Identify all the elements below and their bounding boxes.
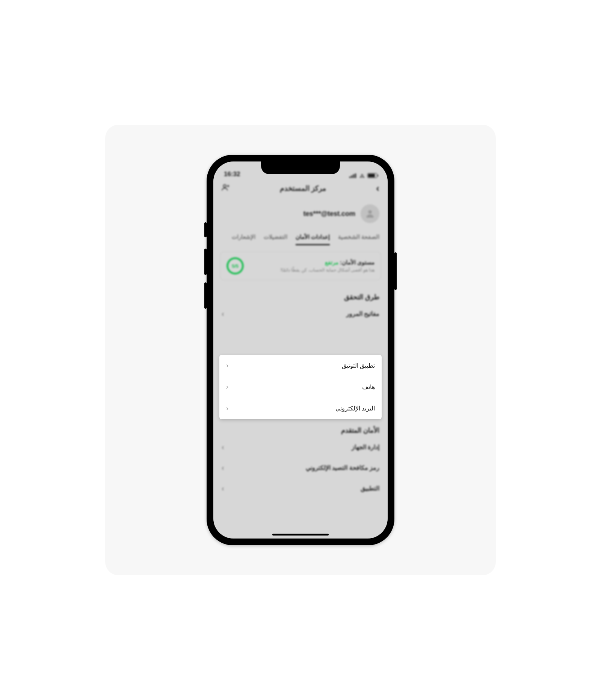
- tab-security[interactable]: إعدادات الأمان: [296, 234, 330, 245]
- tab-notifications[interactable]: الإشعارات: [232, 234, 255, 245]
- row-email[interactable]: البريد الإلكتروني ‹: [219, 398, 382, 419]
- power-button: [394, 252, 397, 290]
- tabs: الصفحة الشخصية إعدادات الأمان التفضيلات …: [213, 225, 388, 246]
- add-user-icon[interactable]: [222, 184, 230, 193]
- home-indicator[interactable]: [272, 534, 329, 536]
- row-label: تطبيق التوثيق: [342, 362, 375, 369]
- profile-header: tes***@test.com: [213, 198, 388, 225]
- battery-icon: [367, 173, 377, 178]
- page-title: مركز المستخدم: [280, 184, 326, 193]
- security-level-value: مرتفع: [325, 259, 338, 266]
- screen: 16:32 › مركز المستخدم: [213, 161, 388, 539]
- person-icon: [365, 208, 375, 219]
- nav-bar: › مركز المستخدم: [213, 179, 388, 198]
- row-passkeys[interactable]: مفاتيح المرور ‹: [213, 303, 388, 324]
- chevron-left-icon: ‹: [222, 443, 224, 451]
- row-label: رمز مكافحة التصيد الإلكتروني: [306, 464, 379, 471]
- section-advanced-security: الأمان المتقدم: [213, 419, 388, 437]
- security-level-card: مستوى الأمان: مرتفع هذا هو أقصى أشكال حم…: [220, 252, 381, 280]
- avatar[interactable]: [361, 204, 379, 223]
- row-label: البريد الإلكتروني: [335, 405, 375, 412]
- chevron-left-icon: ‹: [222, 309, 224, 318]
- notch: [261, 161, 340, 174]
- status-time: 16:32: [224, 170, 240, 178]
- wifi-icon: [359, 173, 365, 178]
- row-label: مفاتيح المرور: [346, 310, 379, 317]
- chevron-left-icon: ‹: [222, 484, 224, 493]
- tab-personal[interactable]: الصفحة الشخصية: [338, 234, 379, 245]
- chevron-left-icon: ‹: [226, 362, 228, 370]
- cellular-icon: [349, 173, 357, 178]
- row-label: هاتف: [362, 383, 375, 391]
- row-phone[interactable]: هاتف ‹: [219, 376, 382, 398]
- svg-point-1: [368, 210, 371, 214]
- chevron-left-icon: ‹: [222, 463, 224, 472]
- tab-preferences[interactable]: التفضيلات: [264, 234, 287, 245]
- security-score-ring: 5/5: [227, 257, 244, 275]
- section-verification-methods: طرق التحقق: [213, 286, 388, 303]
- svg-point-0: [223, 184, 226, 187]
- security-level-title: مستوى الأمان: مرتفع: [281, 259, 374, 266]
- chevron-left-icon: ‹: [226, 404, 228, 412]
- row-label: إدارة الجهاز: [352, 444, 379, 451]
- user-email: tes***@test.com: [303, 210, 355, 218]
- row-app-partial[interactable]: التطبيق ‹: [213, 478, 388, 493]
- mute-switch: [204, 222, 207, 237]
- phone-frame: 16:32 › مركز المستخدم: [207, 155, 394, 545]
- status-icons: [349, 173, 377, 178]
- row-label: التطبيق: [361, 485, 379, 492]
- screen-content-blurred: 16:32 › مركز المستخدم: [213, 161, 388, 539]
- artboard: 16:32 › مركز المستخدم: [105, 125, 496, 575]
- volume-down: [204, 282, 207, 309]
- chevron-left-icon: ‹: [226, 383, 228, 391]
- volume-up: [204, 249, 207, 275]
- row-authenticator-app[interactable]: تطبيق التوثيق ‹: [219, 355, 382, 376]
- row-device-management[interactable]: إدارة الجهاز ‹: [213, 437, 388, 457]
- highlighted-options-card: تطبيق التوثيق ‹ هاتف ‹ البريد الإلكتروني…: [219, 355, 382, 419]
- back-chevron-icon[interactable]: ›: [376, 183, 379, 194]
- row-antiphishing-code[interactable]: رمز مكافحة التصيد الإلكتروني ‹: [213, 457, 388, 478]
- security-level-subtitle: هذا هو أقصى أشكال حماية الحساب. كن يقظًا…: [281, 267, 374, 273]
- security-score-text: 5/5: [232, 263, 239, 269]
